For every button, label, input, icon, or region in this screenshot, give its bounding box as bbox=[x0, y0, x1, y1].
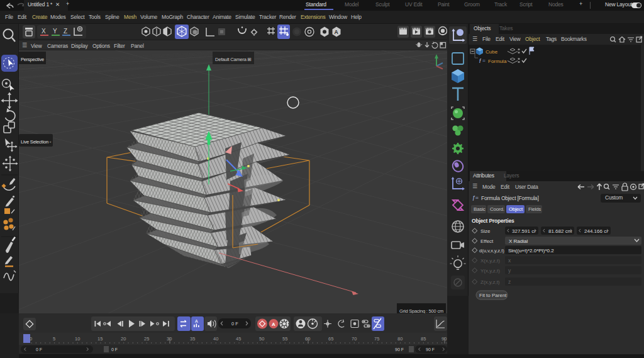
svg-text:90 F: 90 F bbox=[426, 347, 435, 352]
svg-text:75: 75 bbox=[374, 336, 379, 342]
svg-text:244.166 cr: 244.166 cr bbox=[584, 228, 608, 234]
svg-text:40: 40 bbox=[213, 336, 218, 342]
svg-text:90 F: 90 F bbox=[395, 347, 404, 352]
svg-text:45: 45 bbox=[236, 336, 241, 342]
svg-text:90: 90 bbox=[441, 336, 447, 342]
svg-text:50: 50 bbox=[259, 336, 264, 342]
svg-text:X: X bbox=[42, 28, 46, 35]
svg-text:15: 15 bbox=[97, 336, 103, 342]
svg-text:0: 0 bbox=[30, 336, 32, 342]
svg-text:Z(x,y,z,t): Z(x,y,z,t) bbox=[480, 279, 500, 285]
svg-text:80: 80 bbox=[397, 336, 402, 342]
svg-text:10: 10 bbox=[75, 336, 80, 342]
svg-text:=: = bbox=[482, 57, 486, 64]
svg-text:30: 30 bbox=[167, 336, 172, 342]
svg-text:X(x,y,z,t): X(x,y,z,t) bbox=[480, 258, 500, 264]
svg-text:70: 70 bbox=[352, 336, 357, 342]
svg-text:327.591 cr: 327.591 cr bbox=[512, 228, 536, 234]
svg-text:60: 60 bbox=[305, 336, 310, 342]
svg-text:0 F: 0 F bbox=[36, 347, 42, 352]
svg-text:A: A bbox=[335, 29, 338, 35]
svg-text:0 F: 0 F bbox=[111, 347, 118, 352]
svg-text:Fit to Parent: Fit to Parent bbox=[479, 293, 507, 298]
svg-text:Formula: Formula bbox=[488, 59, 507, 64]
svg-text:0 F: 0 F bbox=[231, 321, 238, 327]
svg-text:Y(x,y,z,t): Y(x,y,z,t) bbox=[480, 268, 500, 274]
svg-text:Sin((u+t)*2.0*PI)*0.2: Sin((u+t)*2.0*PI)*0.2 bbox=[508, 248, 554, 254]
svg-text:Y: Y bbox=[53, 28, 57, 35]
svg-text:20: 20 bbox=[121, 336, 126, 342]
svg-text:25: 25 bbox=[144, 336, 149, 342]
svg-text:65: 65 bbox=[328, 336, 333, 342]
svg-text:X Radial: X Radial bbox=[509, 238, 528, 244]
svg-text:d(u,v,x,y,z,t): d(u,v,x,y,z,t) bbox=[479, 248, 504, 254]
svg-text:85: 85 bbox=[421, 336, 426, 342]
svg-text:Z: Z bbox=[64, 28, 67, 35]
svg-text:f: f bbox=[479, 58, 482, 64]
svg-text:81.682 cm: 81.682 cm bbox=[548, 228, 572, 234]
svg-text:A: A bbox=[272, 322, 275, 327]
svg-text:5: 5 bbox=[53, 336, 55, 342]
svg-text:Size: Size bbox=[480, 228, 491, 234]
svg-text:Effect: Effect bbox=[480, 238, 494, 244]
svg-text:z: z bbox=[508, 279, 511, 285]
svg-text:35: 35 bbox=[190, 336, 195, 342]
svg-text:Cube: Cube bbox=[486, 49, 498, 55]
svg-text:55: 55 bbox=[282, 336, 287, 342]
svg-text:A: A bbox=[195, 319, 198, 323]
